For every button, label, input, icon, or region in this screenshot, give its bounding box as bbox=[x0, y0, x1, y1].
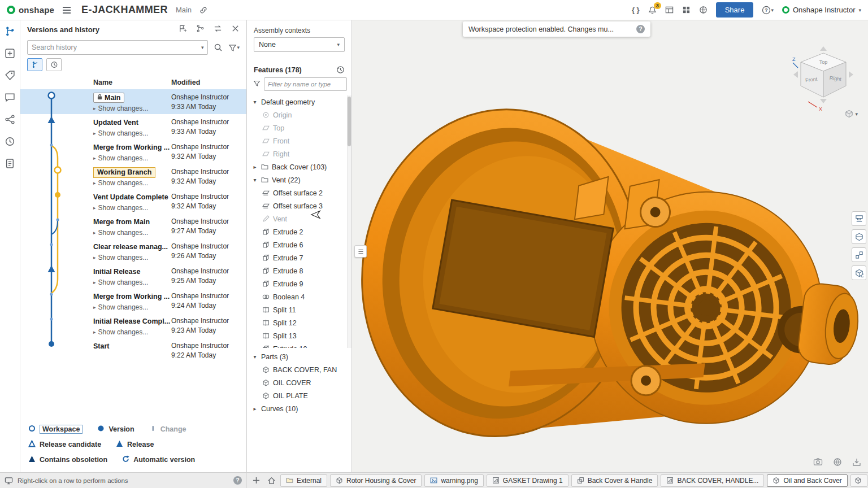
tab-back-cover-handle[interactable]: BACK COVER, HANDLE... bbox=[661, 474, 764, 487]
column-name[interactable]: Name bbox=[93, 79, 171, 86]
chevron-down-icon[interactable]: ▾ bbox=[251, 354, 258, 360]
notes-panel-icon[interactable] bbox=[5, 158, 15, 169]
search-icon[interactable] bbox=[214, 43, 223, 52]
compare-icon[interactable] bbox=[214, 24, 222, 35]
search-input[interactable] bbox=[32, 43, 198, 51]
onshape-logo[interactable]: onshape bbox=[7, 5, 54, 15]
create-version-icon[interactable] bbox=[179, 24, 187, 35]
feature-tree-scrollbar[interactable] bbox=[347, 95, 351, 348]
tab-back-cover-handle[interactable]: Back Cover & Handle bbox=[571, 474, 658, 487]
feature-item-vent-22[interactable]: ▾Vent (22) bbox=[247, 173, 351, 186]
version-row-merge-from-working[interactable]: Merge from Working ...▸Show changes...On… bbox=[20, 288, 246, 313]
version-row-merge-from-working[interactable]: Merge from Working ...▸Show changes...On… bbox=[20, 139, 246, 164]
feature-item-offset-surface-2[interactable]: Offset surface 2 bbox=[247, 186, 351, 199]
notifications-bell-icon[interactable]: 3 bbox=[648, 6, 657, 15]
tab-gasket-drawing-1[interactable]: GASKET Drawing 1 bbox=[487, 474, 568, 487]
feature-item-split-12[interactable]: Split 12 bbox=[247, 316, 351, 329]
account-menu[interactable]: Onshape Instructor ▾ bbox=[782, 6, 861, 14]
feature-item-origin[interactable]: Origin bbox=[247, 108, 351, 121]
view-cube-menu[interactable]: ▾ bbox=[845, 110, 858, 118]
show-changes-toggle[interactable]: ▸Show changes... bbox=[93, 179, 171, 187]
create-branch-icon[interactable] bbox=[196, 24, 205, 35]
history-clock-icon[interactable] bbox=[5, 136, 15, 147]
feature-item-curves-10[interactable]: ▸Curves (10) bbox=[247, 402, 351, 415]
version-row-main[interactable]: Main▸Show changes...Onshape Instructor9:… bbox=[20, 89, 246, 114]
graph-view-toggle[interactable] bbox=[27, 58, 42, 71]
help-icon[interactable]: ? bbox=[636, 25, 645, 33]
camera-icon[interactable] bbox=[813, 457, 823, 469]
tab-oil-and-back-cover[interactable]: Oil and Back Cover bbox=[767, 474, 847, 487]
graphics-viewport[interactable]: Workspace protection enabled. Changes mu… bbox=[352, 20, 868, 472]
history-search-box[interactable]: ▾ bbox=[27, 40, 208, 55]
feature-item-back-cover-fan[interactable]: BACK COVER, FAN bbox=[247, 363, 351, 376]
version-row-vent-update-complete[interactable]: Vent Update Complete▸Show changes...Onsh… bbox=[20, 189, 246, 213]
show-changes-toggle[interactable]: ▸Show changes... bbox=[93, 278, 171, 286]
show-changes-toggle[interactable]: ▸Show changes... bbox=[93, 254, 171, 262]
chevron-down-icon[interactable]: ▾ bbox=[251, 177, 258, 183]
version-row-working-branch[interactable]: Working Branch▸Show changes...Onshape In… bbox=[20, 164, 246, 189]
version-row-initial-release-compl[interactable]: Initial Release Compl...▸Show changes...… bbox=[20, 313, 246, 338]
feature-item-extrude-8[interactable]: Extrude 8 bbox=[247, 264, 351, 277]
feature-item-vent[interactable]: Vent bbox=[247, 212, 351, 225]
globe-help-icon[interactable] bbox=[699, 6, 708, 14]
appearance-tag-icon[interactable] bbox=[5, 70, 15, 81]
tab-external[interactable]: External bbox=[280, 474, 327, 487]
share-link-icon[interactable] bbox=[199, 6, 207, 14]
help-menu[interactable]: ? ▾ bbox=[762, 6, 774, 15]
column-modified[interactable]: Modified bbox=[171, 79, 200, 86]
globe-icon[interactable] bbox=[833, 457, 842, 469]
feature-item-extrude-2[interactable]: Extrude 2 bbox=[247, 225, 351, 238]
feature-item-default-geometry[interactable]: ▾Default geometry bbox=[247, 95, 351, 108]
features-panel-drag-handle[interactable] bbox=[354, 245, 367, 258]
feature-item-boolean-4[interactable]: Boolean 4 bbox=[247, 290, 351, 303]
feature-filter-icon[interactable] bbox=[253, 79, 261, 89]
screen-icon[interactable] bbox=[5, 477, 13, 485]
chevron-right-icon[interactable]: ▸ bbox=[251, 164, 258, 170]
feature-item-top[interactable]: Top bbox=[247, 121, 351, 134]
branch-name[interactable]: Main bbox=[176, 6, 192, 14]
tab-partial[interactable] bbox=[850, 474, 867, 487]
chevron-down-icon[interactable]: ▾ bbox=[201, 45, 204, 50]
3d-print-icon[interactable] bbox=[852, 211, 866, 226]
release-tasks-icon[interactable] bbox=[665, 6, 674, 14]
feature-item-split-11[interactable]: Split 11 bbox=[247, 303, 351, 316]
feature-item-oil-cover[interactable]: OIL COVER bbox=[247, 376, 351, 389]
rollback-history-icon[interactable] bbox=[336, 66, 345, 74]
share-button[interactable]: Share bbox=[716, 2, 754, 18]
help-icon[interactable]: ? bbox=[233, 476, 242, 485]
tab-warning-png[interactable]: warning.png bbox=[424, 474, 483, 487]
version-row-updated-vent[interactable]: Updated Vent▸Show changes...Onshape Inst… bbox=[20, 114, 246, 139]
section-view-icon[interactable] bbox=[852, 229, 866, 244]
scrollbar-thumb[interactable] bbox=[348, 97, 351, 146]
add-tab-button[interactable] bbox=[250, 475, 262, 486]
hamburger-menu-icon[interactable] bbox=[62, 6, 71, 14]
view-cube[interactable]: Top Front Right Z X bbox=[791, 45, 859, 119]
follow-mode-icon[interactable] bbox=[5, 114, 15, 125]
show-changes-toggle[interactable]: ▸Show changes... bbox=[93, 303, 171, 311]
home-button[interactable] bbox=[265, 475, 277, 486]
feature-script-icon[interactable]: { } bbox=[632, 6, 640, 14]
feature-filter-box[interactable] bbox=[264, 77, 347, 91]
show-changes-toggle[interactable]: ▸Show changes... bbox=[93, 154, 171, 162]
list-view-toggle[interactable] bbox=[46, 58, 62, 71]
chevron-right-icon[interactable]: ▸ bbox=[251, 406, 258, 412]
show-changes-toggle[interactable]: ▸Show changes... bbox=[93, 104, 171, 112]
feature-item-extrude-9[interactable]: Extrude 9 bbox=[247, 277, 351, 290]
app-store-grid-icon[interactable] bbox=[682, 6, 691, 14]
show-changes-toggle[interactable]: ▸Show changes... bbox=[93, 129, 171, 137]
named-views-icon[interactable] bbox=[852, 265, 866, 280]
version-row-merge-from-main[interactable]: Merge from Main▸Show changes...Onshape I… bbox=[20, 213, 246, 238]
version-row-start[interactable]: StartOnshape Instructor9:22 AM Today bbox=[20, 338, 246, 363]
insert-panel-icon[interactable] bbox=[5, 48, 15, 59]
version-row-initial-release[interactable]: Initial Release▸Show changes...Onshape I… bbox=[20, 263, 246, 288]
feature-item-extrude-10[interactable]: Extrude 10 bbox=[247, 342, 351, 348]
comments-panel-icon[interactable] bbox=[5, 92, 15, 103]
feature-item-parts-3[interactable]: ▾Parts (3) bbox=[247, 350, 351, 363]
feature-filter-input[interactable] bbox=[268, 81, 343, 88]
tray-download-icon[interactable] bbox=[852, 457, 861, 469]
close-icon[interactable] bbox=[231, 24, 240, 35]
feature-item-oil-plate[interactable]: OIL PLATE bbox=[247, 389, 351, 402]
show-changes-toggle[interactable]: ▸Show changes... bbox=[93, 229, 171, 237]
feature-item-split-13[interactable]: Split 13 bbox=[247, 329, 351, 342]
show-changes-toggle[interactable]: ▸Show changes... bbox=[93, 204, 171, 212]
